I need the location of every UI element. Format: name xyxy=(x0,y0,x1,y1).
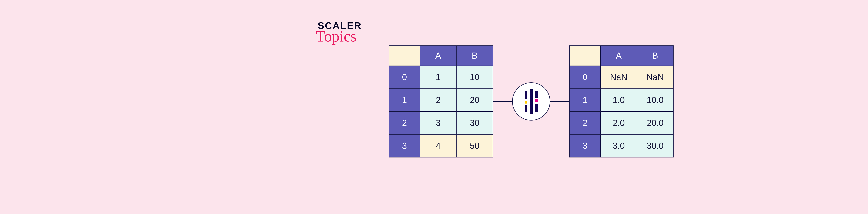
row-index: 1 xyxy=(389,88,420,111)
svg-rect-4 xyxy=(535,91,538,98)
connector-line xyxy=(493,101,512,102)
table-cell: 10.0 xyxy=(637,88,673,111)
table-row: 2 2.0 20.0 xyxy=(569,111,673,134)
svg-rect-3 xyxy=(530,89,533,114)
table-cell: 3.0 xyxy=(600,134,637,157)
table-cell: 20 xyxy=(456,88,493,111)
table-row: 3 4 50 xyxy=(389,134,493,157)
table-cell: 10 xyxy=(456,66,493,88)
table-corner-cell xyxy=(389,46,420,66)
table-row: 1 1.0 10.0 xyxy=(569,88,673,111)
row-index: 2 xyxy=(389,111,420,134)
svg-rect-5 xyxy=(535,99,538,102)
table-row: 0 NaN NaN xyxy=(569,66,673,88)
table-cell: 50 xyxy=(456,134,493,157)
svg-rect-6 xyxy=(535,104,538,112)
pandas-icon xyxy=(512,82,550,120)
row-index: 3 xyxy=(569,134,600,157)
table-cell: 4 xyxy=(420,134,456,157)
row-index: 3 xyxy=(389,134,420,157)
svg-rect-2 xyxy=(525,105,527,112)
pandas-logo-svg xyxy=(521,89,541,114)
table-cell: 20.0 xyxy=(637,111,673,134)
table-corner-cell xyxy=(569,46,600,66)
logo-line-2: Topics xyxy=(316,29,362,44)
table-cell: 1.0 xyxy=(600,88,637,111)
scaler-topics-logo: SCALER Topics xyxy=(318,21,362,44)
table-cell: NaN xyxy=(637,66,673,88)
column-header: A xyxy=(600,46,637,66)
svg-rect-1 xyxy=(525,101,527,104)
column-header: B xyxy=(456,46,493,66)
canvas: SCALER Topics A B 0 1 10 1 2 xyxy=(0,0,868,214)
table-cell: NaN xyxy=(600,66,637,88)
row-index: 1 xyxy=(569,88,600,111)
table-row: 2 3 30 xyxy=(389,111,493,134)
table-cell: 30 xyxy=(456,111,493,134)
input-dataframe-table: A B 0 1 10 1 2 20 2 3 30 xyxy=(389,45,493,157)
column-header: B xyxy=(637,46,673,66)
svg-rect-0 xyxy=(525,91,527,99)
table-row: 1 2 20 xyxy=(389,88,493,111)
column-header: A xyxy=(420,46,456,66)
output-dataframe-table: A B 0 NaN NaN 1 1.0 10.0 2 2.0 2 xyxy=(569,45,674,157)
table-cell: 2 xyxy=(420,88,456,111)
table-cell: 3 xyxy=(420,111,456,134)
row-index: 2 xyxy=(569,111,600,134)
table-cell: 1 xyxy=(420,66,456,88)
connector-line xyxy=(550,101,569,102)
table-row: 0 1 10 xyxy=(389,66,493,88)
row-index: 0 xyxy=(569,66,600,88)
table-cell: 2.0 xyxy=(600,111,637,134)
table-cell: 30.0 xyxy=(637,134,673,157)
dataframe-diagram: A B 0 1 10 1 2 20 2 3 30 xyxy=(389,45,674,157)
row-index: 0 xyxy=(389,66,420,88)
table-row: 3 3.0 30.0 xyxy=(569,134,673,157)
